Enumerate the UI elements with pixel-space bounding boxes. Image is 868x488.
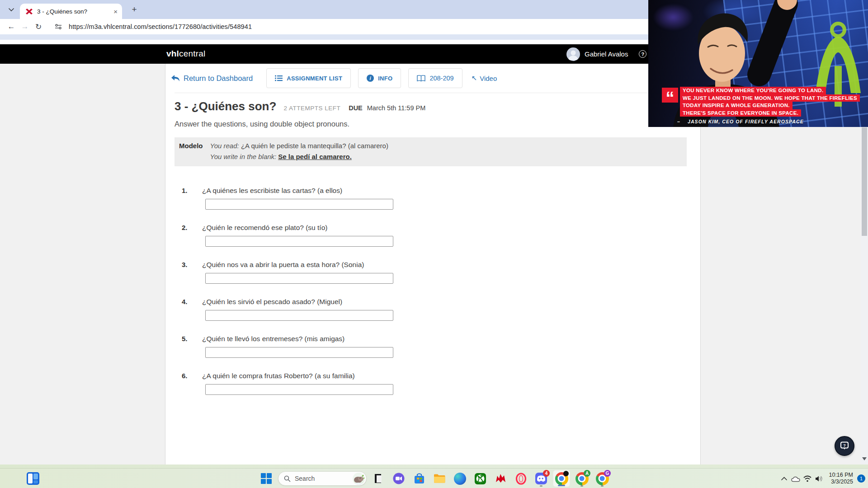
start-button[interactable] [258,470,275,487]
attribution-dash: – [677,119,680,124]
screen: 3 - ¿Quiénes son? × + ← → ↻ https://m3a.… [0,0,868,488]
info-label: INFO [378,75,392,82]
assignment-list-button[interactable]: ASSIGNMENT LIST [266,68,351,88]
clock-time: 10:16 PM [829,472,853,479]
page-title: 3 - ¿Quiénes son? [175,99,276,113]
divider [175,93,700,93]
chat-question-icon: ? [840,441,849,451]
windows-start-icon [260,473,272,484]
opera-rings-icon [515,473,527,485]
quote-attribution: –JASON KIM, CEO OF FIREFLY AEROSPACE [677,119,860,124]
scrollbar-thumb[interactable] [862,127,867,236]
attempts-badge: 2 ATTEMPTS LEFT [283,105,340,112]
question-row-1: 1. ¿A quiénes les escribiste las cartas?… [182,186,700,210]
app-microsoft-store[interactable] [410,470,428,487]
return-label: Return to Dashboard [184,74,253,83]
app-xbox[interactable] [472,470,489,487]
tab-close-icon[interactable]: × [113,8,118,15]
app-chrome-active[interactable] [553,470,570,487]
question-row-5: 5. ¿Quién te llevó los entremeses? (mis … [182,334,700,358]
app-opera[interactable] [512,470,529,487]
due-label: DUE [349,104,363,112]
chrome-profile-g-badge: G [604,470,611,477]
info-button[interactable]: i INFO [358,68,401,88]
search-icon [284,475,291,482]
taskbar-search[interactable]: Search [278,471,367,486]
video-link[interactable]: ↖ Video [472,74,497,82]
video-chat-icon [392,472,405,485]
site-info-icon[interactable] [52,21,64,33]
back-button[interactable]: ← [5,20,18,33]
widgets-button[interactable] [26,472,40,485]
question-text: ¿Quién nos va a abrir la puerta a esta h… [202,261,364,268]
question-text: ¿A quiénes les escribiste las cartas? (a… [202,187,342,194]
return-arrow-icon [171,75,180,82]
notification-badge[interactable]: 1 [857,474,865,483]
volume-icon[interactable] [813,473,825,484]
scrollbar-down-arrow[interactable] [862,457,867,460]
answer-input-4[interactable] [205,310,393,321]
assignment-list-label: ASSIGNMENT LIST [287,75,342,82]
app-chrome-profile-g[interactable]: G [594,470,611,487]
textbook-pages-button[interactable]: 208-209 [408,68,462,88]
question-number: 5. [182,334,202,358]
modelo-lines: You read: ¿A quién le pediste la mantequ… [210,142,388,161]
app-chrome-profile-a[interactable]: A [573,470,590,487]
reload-button[interactable]: ↻ [32,20,45,33]
tab-search-button[interactable] [5,4,17,16]
question-text: ¿Quién les sirvió el pescado asado? (Mig… [202,298,342,305]
answer-input-2[interactable] [205,236,393,247]
pages-label: 208-209 [429,75,453,82]
app-discord[interactable]: 4 [533,470,550,487]
question-number: 2. [182,223,202,247]
help-chat-button[interactable]: ? [835,436,854,456]
system-tray: 10:16 PM 3/3/2025 1 [778,469,865,488]
running-indicator [540,485,542,487]
modelo-answer: Se la pedí al camarero. [278,153,352,160]
app-game-dragon[interactable] [492,470,509,487]
question-row-2: 2. ¿Quién le recomendó ese plato? (su tí… [182,223,700,247]
question-row-4: 4. ¿Quién les sirvió el pescado asado? (… [182,297,700,321]
url-bar[interactable]: https://m3a.vhlcentral.com/sections/1772… [69,23,252,30]
forward-button[interactable]: → [18,20,32,33]
active-window-indicator [558,485,565,486]
return-to-dashboard-link[interactable]: Return to Dashboard [171,74,253,83]
overlay-video[interactable]: “ YOU NEVER KNOW WHERE YOU'RE GOING TO L… [648,0,868,127]
question-number: 4. [182,297,202,321]
answer-input-6[interactable] [205,384,393,395]
search-highlight-image [353,473,365,485]
quote-line: WE JUST LANDED ON THE MOON. WE HOPE THAT… [680,94,860,102]
question-row-3: 3. ¿Quién nos va a abrir la puerta a est… [182,260,700,284]
chrome-profile-a-badge: A [584,470,590,477]
taskbar: Search [0,468,868,488]
app-contrast-theme[interactable] [370,470,387,487]
new-tab-button[interactable]: + [128,4,140,15]
onedrive-cloud-icon[interactable] [790,473,802,484]
video-arrow-icon: ↖ [472,74,477,82]
app-edge[interactable] [451,470,468,487]
modelo-write-line: You write in the blank:Se la pedí al cam… [210,153,388,161]
instructions: Answer the questions, using double objec… [175,120,700,128]
wifi-icon[interactable] [802,473,813,484]
running-indicator [601,485,604,487]
widgets-icon [26,472,40,485]
brand-bold: vhl [166,49,179,58]
list-icon [275,75,283,81]
quote-lines: YOU NEVER KNOW WHERE YOU'RE GOING TO LAN… [680,87,860,117]
app-video-chat[interactable] [390,470,407,487]
browser-tab[interactable]: 3 - ¿Quiénes son? × [20,4,122,19]
svg-text:?: ? [843,443,846,448]
avatar [566,47,580,61]
answer-input-3[interactable] [205,273,393,284]
answer-input-1[interactable] [205,199,393,210]
info-icon: i [367,75,374,82]
book-icon [417,75,425,82]
quote-line: TODAY INSPIRE A WHOLE GENERATION. [680,102,793,109]
tray-chevron-up[interactable] [778,473,790,484]
quote-block: “ YOU NEVER KNOW WHERE YOU'RE GOING TO L… [662,87,860,124]
taskbar-clock[interactable]: 10:16 PM 3/3/2025 [829,472,853,485]
answer-input-5[interactable] [205,347,393,358]
modelo-read-text: ¿A quién le pediste la mantequilla? (al … [241,142,388,150]
vhlcentral-logo[interactable]: vhlcentral [166,49,206,59]
app-file-explorer[interactable] [431,470,448,487]
